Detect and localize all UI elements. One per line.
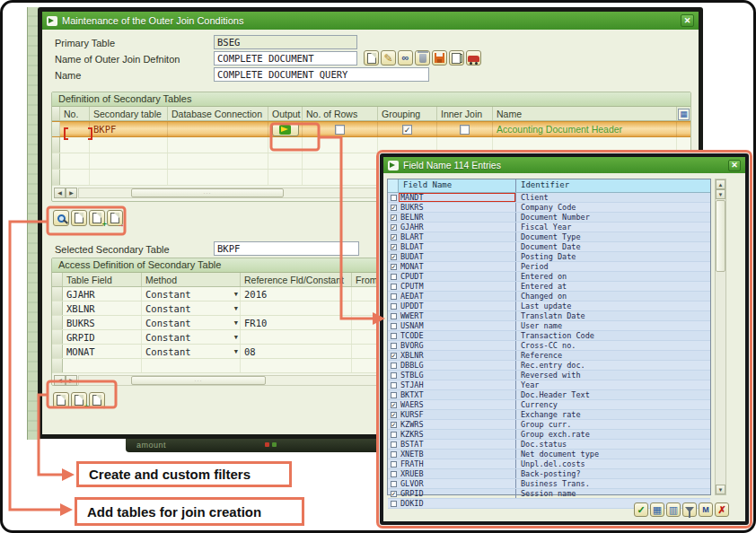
cell-name[interactable]: Accounting Document Header [493,122,677,136]
field-identifier-cell[interactable]: Exchange rate [515,410,710,419]
field-checkbox[interactable] [391,461,397,467]
column-header-no-[interactable]: No. [60,107,90,120]
field-identifier-cell[interactable]: Entered on [515,272,710,281]
field-row[interactable]: DBBLGRec.entry doc. [388,361,710,371]
field-identifier-cell[interactable]: Rec.entry doc. [515,361,710,370]
join-definition-field[interactable]: COMPLETE DOCUMENT [214,51,357,66]
cell-reference[interactable]: FR10 [241,316,352,329]
field-checkbox[interactable] [391,441,397,448]
field-name-cell[interactable]: DOKID [399,499,515,508]
field-identifier-cell[interactable]: Cross-CC no. [515,341,710,350]
field-checkbox[interactable]: ✓ [391,254,397,260]
field-checkbox[interactable] [391,333,397,339]
field-checkbox[interactable] [391,284,397,290]
field-name-cell[interactable]: CPUDT [399,272,515,281]
field-name-cell[interactable]: USNAM [399,321,515,330]
column-header-identifier[interactable]: Identifier [515,179,710,192]
scroll-right-icon[interactable]: ▶ [66,188,77,198]
cell-method[interactable]: Constant▼ [142,330,241,344]
field-name-cell[interactable]: UPDDT [399,301,515,310]
field-name-cell[interactable]: DBBLG [399,361,515,370]
field-identifier-cell[interactable]: Reversed with [515,371,710,380]
secondary-create-button[interactable] [71,210,87,226]
secondary-insert-row-button[interactable]: + [89,210,105,226]
field-row[interactable]: BVORGCross-CC no. [388,341,710,351]
field-identifier-cell[interactable]: Company Code [515,203,710,212]
field-row[interactable]: MANDTClient [388,193,710,203]
field-checkbox[interactable] [391,382,397,389]
field-checkbox[interactable] [391,343,397,349]
field-identifier-cell[interactable]: Last update [515,301,710,310]
scroll-down-icon[interactable]: ▼ [716,485,725,494]
field-row[interactable]: WWERTTranslatn Date [388,311,710,321]
checkbox-inner-join[interactable] [460,125,470,135]
field-checkbox[interactable] [391,313,397,319]
scroll-down-icon[interactable]: ▼ [716,189,725,199]
field-name-cell[interactable]: BLDAT [399,242,515,251]
scroll-right-icon[interactable]: ▶ [66,375,77,386]
checkbox-grouping[interactable]: ✓ [402,125,412,135]
field-row[interactable]: ✓BLDATDocument Date [388,242,710,252]
field-row[interactable]: ✓MONATPeriod [388,262,710,272]
column-header-name[interactable]: Name [493,107,677,120]
field-row[interactable]: STBLGReversed with [388,371,710,380]
field-dialog-titlebar[interactable]: Field Name 114 Entries ✕ [383,157,745,173]
field-name-cell[interactable]: MANDT [399,193,515,202]
field-name-cell[interactable]: BKTXT [399,390,515,399]
field-checkbox[interactable]: ✓ [391,402,397,408]
toolbar-save-button[interactable] [432,50,447,66]
dropdown-icon[interactable]: ▼ [234,348,238,355]
close-icon[interactable]: ✕ [728,160,741,171]
field-name-cell[interactable]: XBLNR [399,351,515,360]
field-checkbox[interactable] [391,195,397,201]
field-identifier-cell[interactable]: Year [515,380,710,389]
column-header-secondary-table[interactable]: Secondary table [90,107,168,120]
toolbar-display-button[interactable]: ∞ [398,50,413,66]
field-name-cell[interactable]: BUDAT [399,252,515,261]
cell-method[interactable]: Constant▼ [142,301,241,315]
table-row[interactable]: BKPF✓Accounting Document Header [52,121,690,137]
scroll-thumb[interactable]: ··· [131,188,284,197]
field-identifier-cell[interactable]: Entered at [515,282,710,291]
field-checkbox[interactable] [391,451,397,458]
main-dialog-titlebar[interactable]: Maintenance of the Outer Join Conditions… [42,12,699,30]
cell-table-field[interactable]: GJAHR [63,287,142,301]
field-name-cell[interactable]: MONAT [399,262,515,271]
access-create-button[interactable] [53,392,69,408]
field-dialog-select-all-button[interactable]: ▦ [650,502,664,517]
field-checkbox[interactable] [391,303,397,310]
field-checkbox[interactable]: ✓ [391,234,397,240]
field-name-cell[interactable]: WAERS [399,400,515,409]
field-row[interactable]: ✓XBLNRReference [388,351,710,361]
field-dialog-accept-button[interactable]: ✓ [634,502,648,517]
dropdown-icon[interactable]: ▼ [234,291,238,298]
row-selector[interactable] [52,287,63,301]
field-name-cell[interactable]: FRATH [399,459,515,468]
row-selector[interactable] [52,122,60,136]
row-selector[interactable] [52,301,63,315]
field-checkbox[interactable]: ✓ [391,353,397,359]
dropdown-icon[interactable]: ▼ [234,334,238,341]
row-selector[interactable] [52,170,60,185]
field-dialog-cancel-button[interactable]: ✗ [715,502,729,517]
cell-method[interactable]: Constant▼ [142,316,241,329]
field-name-cell[interactable]: BUKRS [399,203,515,212]
field-identifier-cell[interactable]: Currency [515,400,710,409]
cell-table-field[interactable]: MONAT [63,345,142,358]
field-row[interactable]: KZKRSGroup exch.rate [388,430,710,440]
secondary-search-button[interactable] [53,210,69,226]
field-row[interactable]: FRATHUnpl.del.costs [388,459,710,469]
toolbar-create-button[interactable] [364,50,379,66]
field-name-cell[interactable]: WWERT [399,311,515,320]
access-delete-row-button[interactable]: → [89,392,105,408]
field-identifier-cell[interactable]: Reference [515,351,710,360]
row-selector[interactable] [52,345,63,358]
grid-layout-icon[interactable]: ▦ [678,109,690,120]
field-name-cell[interactable]: TCODE [399,331,515,340]
column-header-table-field[interactable]: Table Field [63,273,142,286]
field-identifier-cell[interactable]: Document Type [515,232,710,241]
field-checkbox[interactable] [391,471,397,477]
field-checkbox[interactable] [391,363,397,369]
field-identifier-cell[interactable]: Business Trans. [515,479,710,488]
field-identifier-cell[interactable]: Group curr. [515,420,710,429]
